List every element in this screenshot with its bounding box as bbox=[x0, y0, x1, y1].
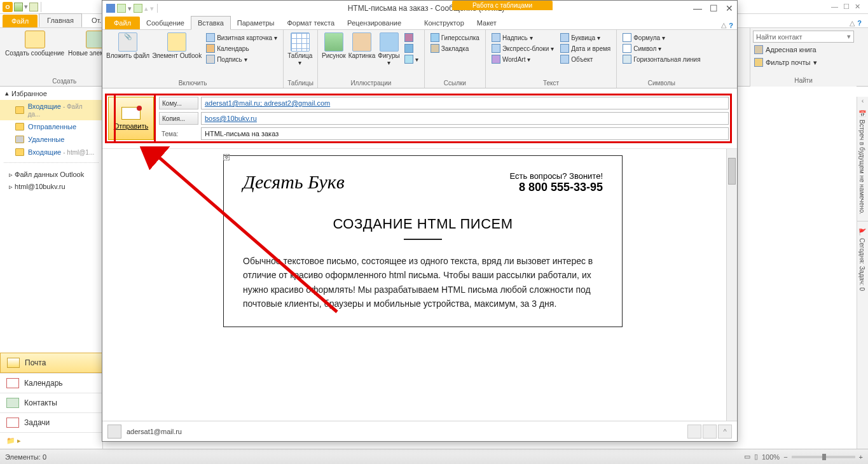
wordart-button[interactable]: WordArt ▾ bbox=[490, 54, 556, 64]
save-icon[interactable] bbox=[106, 4, 115, 13]
address-book-button[interactable]: Адресная книга bbox=[753, 44, 854, 55]
textbox-button[interactable]: Надпись ▾ bbox=[490, 32, 556, 43]
persona-expand-icon[interactable]: ^ bbox=[718, 425, 732, 439]
qat-undo-icon[interactable] bbox=[29, 3, 38, 11]
omega-icon bbox=[623, 44, 631, 53]
to-field[interactable]: adersat1@mail.ru; adresat2@gmail.com bbox=[201, 97, 729, 109]
attach-file-button[interactable]: 📎Вложить файл bbox=[106, 32, 149, 59]
qat-send-receive-icon[interactable] bbox=[14, 3, 23, 11]
horizontal-line-button[interactable]: Горизонтальная линия bbox=[621, 54, 702, 64]
help-icon[interactable]: ? bbox=[857, 19, 862, 27]
nav-sent[interactable]: Отправленные bbox=[0, 120, 102, 133]
status-items: Элементы: 0 bbox=[5, 453, 46, 461]
object-button[interactable]: Объект bbox=[558, 54, 612, 64]
clipart-button[interactable]: Картинка bbox=[348, 32, 376, 59]
module-mail[interactable]: Почта bbox=[0, 353, 102, 373]
subject-field[interactable]: HTML-письма на заказ bbox=[201, 127, 729, 140]
cc-button[interactable]: Копия... bbox=[159, 112, 198, 125]
nav-mini-icons[interactable]: 📁 ▸ bbox=[0, 432, 102, 449]
quick-parts-button[interactable]: Экспресс-блоки ▾ bbox=[490, 43, 556, 53]
cc-field[interactable]: boss@10bukv.ru bbox=[201, 112, 729, 125]
picture-button[interactable]: Рисунок bbox=[322, 32, 346, 59]
compose-qat: ▾ ▴ ▾ bbox=[106, 4, 159, 13]
compose-tab-options[interactable]: Параметры bbox=[231, 17, 281, 29]
prev-item-icon[interactable]: ▴ bbox=[144, 4, 148, 13]
help-icon[interactable]: ? bbox=[729, 22, 733, 29]
paperclip-icon: 📎 bbox=[118, 32, 137, 52]
business-card-button[interactable]: Визитная карточка ▾ bbox=[204, 32, 279, 43]
view-reading-icon[interactable]: ▯ bbox=[754, 453, 758, 461]
date-time-button[interactable]: Дата и время bbox=[558, 43, 612, 53]
main-window-buttons: — ☐ ✕ bbox=[831, 3, 868, 11]
new-message-button[interactable]: Создать сообщение bbox=[5, 31, 64, 57]
compose-tab-layout[interactable]: Макет bbox=[471, 17, 503, 29]
to-button[interactable]: Кому... bbox=[159, 97, 198, 109]
compose-tab-insert[interactable]: Вставка bbox=[191, 16, 231, 30]
compose-ribbon-help: △ ? bbox=[721, 21, 737, 29]
chart-button[interactable] bbox=[403, 43, 420, 53]
find-contact-input[interactable]: Найти контакт ▾ bbox=[753, 31, 854, 43]
nav-inbox[interactable]: Входящие - Файл да... bbox=[0, 100, 102, 120]
undo-icon[interactable] bbox=[117, 4, 126, 13]
table-button[interactable]: Таблица▾ bbox=[287, 32, 312, 66]
compose-tabs: Файл Сообщение Вставка Параметры Формат … bbox=[102, 16, 737, 30]
card-icon bbox=[206, 33, 215, 42]
nav-data-file[interactable]: ▹ Файл данных Outlook bbox=[0, 169, 102, 181]
group-symbols: Формула ▾ Символ ▾ Горизонтальная линия … bbox=[617, 30, 706, 88]
maximize-icon[interactable]: ☐ bbox=[710, 3, 718, 13]
view-normal-icon[interactable]: ▭ bbox=[744, 453, 750, 461]
signature-button[interactable]: Подпись ▾ bbox=[204, 54, 279, 64]
minimize-icon[interactable]: — bbox=[693, 3, 702, 13]
tab-home[interactable]: Главная bbox=[39, 13, 82, 27]
close-icon[interactable]: ✕ bbox=[726, 3, 733, 13]
bookmark-button[interactable]: Закладка bbox=[429, 43, 481, 53]
undo-dropdown-icon[interactable]: ▾ bbox=[128, 4, 132, 13]
todo-expand-icon[interactable]: ‹ bbox=[857, 97, 868, 104]
filter-mail-button[interactable]: Фильтр почты ▾ bbox=[753, 57, 854, 68]
symbol-button[interactable]: Символ ▾ bbox=[621, 43, 702, 53]
navigation-pane: ▴ Избранное Входящие - Файл да... Отправ… bbox=[0, 87, 103, 449]
status-bar: Элементы: 0 ▭ ▯ 100% − + bbox=[0, 449, 868, 464]
persona-action-2[interactable] bbox=[703, 425, 717, 439]
qat-dropdown-icon[interactable]: ▾ bbox=[24, 3, 28, 11]
shapes-button[interactable]: Фигуры▾ bbox=[378, 32, 399, 66]
address-book-icon bbox=[754, 45, 763, 54]
group-tables-label: Таблицы bbox=[287, 80, 313, 87]
zoom-out-icon[interactable]: − bbox=[783, 453, 787, 461]
smartart-button[interactable] bbox=[403, 32, 420, 43]
favorites-header[interactable]: ▴ Избранное bbox=[0, 87, 102, 100]
nav-inbox-2[interactable]: Входящие - html@1... bbox=[0, 146, 102, 158]
ribbon-minimize-icon[interactable]: △ bbox=[721, 21, 726, 29]
drop-cap-button[interactable]: Буквица ▾ bbox=[558, 32, 612, 43]
close-icon[interactable]: ✕ bbox=[855, 3, 860, 11]
nav-account[interactable]: ▹ html@10bukv.ru bbox=[0, 181, 102, 193]
minimize-icon[interactable]: — bbox=[831, 3, 838, 11]
hyperlink-button[interactable]: Гиперссылка bbox=[429, 32, 481, 43]
compose-tab-file[interactable]: Файл bbox=[105, 17, 140, 29]
module-calendar[interactable]: Календарь bbox=[0, 373, 102, 393]
maximize-icon[interactable]: ☐ bbox=[843, 3, 850, 11]
module-contacts[interactable]: Контакты bbox=[0, 393, 102, 412]
zoom-slider[interactable] bbox=[792, 456, 855, 458]
zoom-in-icon[interactable]: + bbox=[859, 453, 863, 461]
next-item-icon[interactable]: ▾ bbox=[150, 4, 154, 13]
redo-icon[interactable] bbox=[134, 4, 142, 13]
calendar-button[interactable]: Календарь bbox=[204, 43, 279, 53]
compose-tab-format[interactable]: Формат текста bbox=[280, 17, 341, 29]
nav-deleted[interactable]: Удаленные bbox=[0, 133, 102, 146]
attach-item-button[interactable]: Элемент Outlook bbox=[152, 32, 202, 59]
screenshot-button[interactable]: ▾ bbox=[403, 54, 420, 64]
vertical-scrollbar[interactable] bbox=[726, 149, 737, 421]
compose-tab-designer[interactable]: Конструктор bbox=[418, 17, 471, 29]
zoom-value: 100% bbox=[762, 453, 780, 461]
quick-parts-icon bbox=[492, 44, 500, 53]
equation-button[interactable]: Формула ▾ bbox=[621, 32, 702, 43]
module-tasks[interactable]: Задачи bbox=[0, 412, 102, 432]
compose-tab-message[interactable]: Сообщение bbox=[140, 17, 191, 29]
tab-file[interactable]: Файл bbox=[3, 15, 38, 27]
message-body[interactable]: ✥ Десять Букв Есть вопросы? Звоните! 8 8… bbox=[102, 148, 737, 421]
persona-action-1[interactable] bbox=[687, 425, 701, 439]
compose-tab-review[interactable]: Рецензирование bbox=[341, 17, 408, 29]
table-anchor-icon[interactable]: ✥ bbox=[223, 154, 230, 160]
ribbon-minimize-icon[interactable]: △ bbox=[850, 19, 855, 27]
